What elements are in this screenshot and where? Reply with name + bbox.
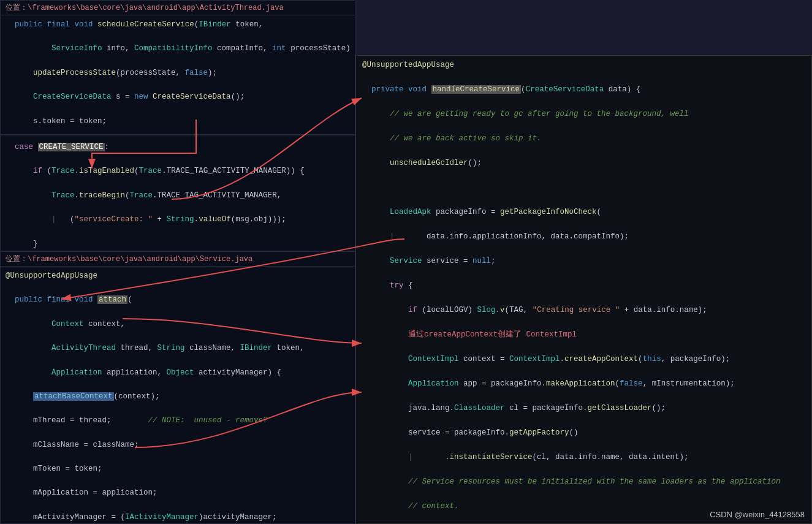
code-content-2: case CREATE_SERVICE: if (Trace.isTagEnab…	[1, 135, 355, 251]
right-panel-code: @UnsupportedAppUsage private void handle…	[356, 56, 811, 524]
code-content-1: public final void scheduleCreateService(…	[1, 15, 355, 135]
location-path-3: \frameworks\base\core\java\android\app\S…	[28, 255, 252, 264]
code-content-3: @UnsupportedAppUsage public final void a…	[1, 267, 355, 524]
location-label-1: 位置：	[6, 4, 28, 12]
location-bar-1: 位置：\frameworks\base\core\java\android\ap…	[1, 1, 355, 15]
main-container: 位置：\frameworks\base\core\java\android\ap…	[0, 0, 812, 524]
code-block-2: case CREATE_SERVICE: if (Trace.isTagEnab…	[0, 135, 355, 251]
location-label-3: 位置：	[6, 255, 28, 264]
location-bar-3: 位置：\frameworks\base\core\java\android\ap…	[1, 252, 355, 267]
code-block-3: 位置：\frameworks\base\core\java\android\ap…	[0, 251, 355, 524]
location-path-1: \frameworks\base\core\java\android\app\A…	[28, 4, 284, 12]
watermark: CSDN @weixin_44128558	[710, 510, 805, 519]
code-block-1: 位置：\frameworks\base\core\java\android\ap…	[0, 0, 355, 135]
left-panel: 位置：\frameworks\base\core\java\android\ap…	[0, 0, 355, 524]
right-panel: @UnsupportedAppUsage private void handle…	[355, 55, 812, 524]
